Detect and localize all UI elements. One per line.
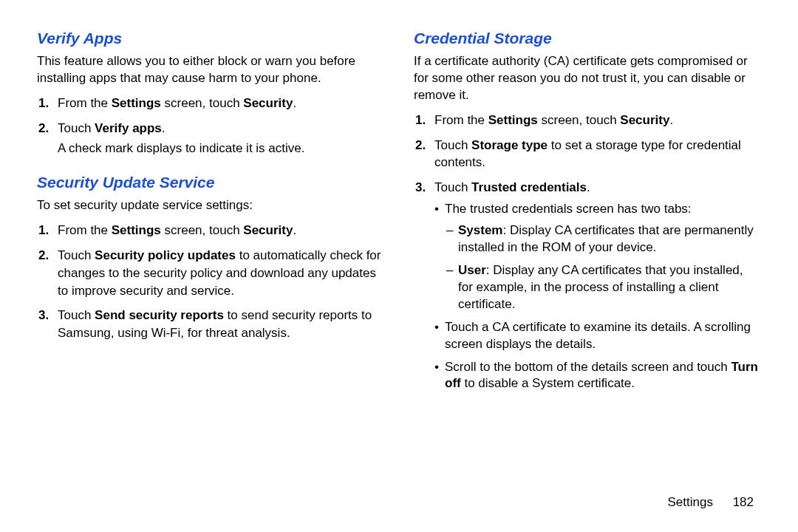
credential-storage-steps: From the Settings screen, touch Security… <box>414 112 761 393</box>
credential-bullet-2: Touch a CA certificate to examine its de… <box>445 319 761 353</box>
security-update-step-3: Touch Send security reports to send secu… <box>58 307 384 342</box>
credential-tabs-list: System: Display CA certificates that are… <box>445 222 761 313</box>
security-update-step-1: From the Settings screen, touch Security… <box>58 222 384 239</box>
verify-apps-step-2: Touch Verify apps. A check mark displays… <box>58 120 384 158</box>
footer-section-label: Settings <box>667 495 712 509</box>
verify-apps-intro: This feature allows you to either block … <box>37 53 384 87</box>
security-update-section: Security Update Service To set security … <box>37 174 384 342</box>
page-footer: Settings 182 <box>667 495 754 510</box>
credential-tab-system: System: Display CA certificates that are… <box>458 222 761 256</box>
credential-storage-heading: Credential Storage <box>414 30 761 47</box>
security-update-heading: Security Update Service <box>37 174 384 191</box>
verify-apps-step-2-sub: A check mark displays to indicate it is … <box>58 140 384 157</box>
page-content: Verify Apps This feature allows you to e… <box>0 0 798 423</box>
credential-storage-intro: If a certificate authority (CA) certific… <box>414 53 761 104</box>
verify-apps-heading: Verify Apps <box>37 30 384 47</box>
verify-apps-step-1: From the Settings screen, touch Security… <box>58 95 384 112</box>
credential-storage-section: Credential Storage If a certificate auth… <box>414 30 761 392</box>
verify-apps-section: Verify Apps This feature allows you to e… <box>37 30 384 157</box>
right-column: Credential Storage If a certificate auth… <box>414 30 761 409</box>
credential-step-2: Touch Storage type to set a storage type… <box>434 137 761 172</box>
credential-bullet-3: Scroll to the bottom of the details scre… <box>445 359 761 393</box>
credential-step-1: From the Settings screen, touch Security… <box>434 112 761 129</box>
left-column: Verify Apps This feature allows you to e… <box>37 30 384 409</box>
security-update-steps: From the Settings screen, touch Security… <box>37 222 384 342</box>
credential-tab-user: User: Display any CA certificates that y… <box>458 262 761 313</box>
credential-bullets: The trusted credentials screen has two t… <box>434 201 761 392</box>
credential-bullet-1: The trusted credentials screen has two t… <box>445 201 761 313</box>
security-update-step-2: Touch Security policy updates to automat… <box>58 247 384 299</box>
credential-step-3: Touch Trusted credentials. The trusted c… <box>434 179 761 392</box>
verify-apps-steps: From the Settings screen, touch Security… <box>37 95 384 157</box>
security-update-intro: To set security update service settings: <box>37 197 384 214</box>
footer-page-number: 182 <box>733 495 754 509</box>
